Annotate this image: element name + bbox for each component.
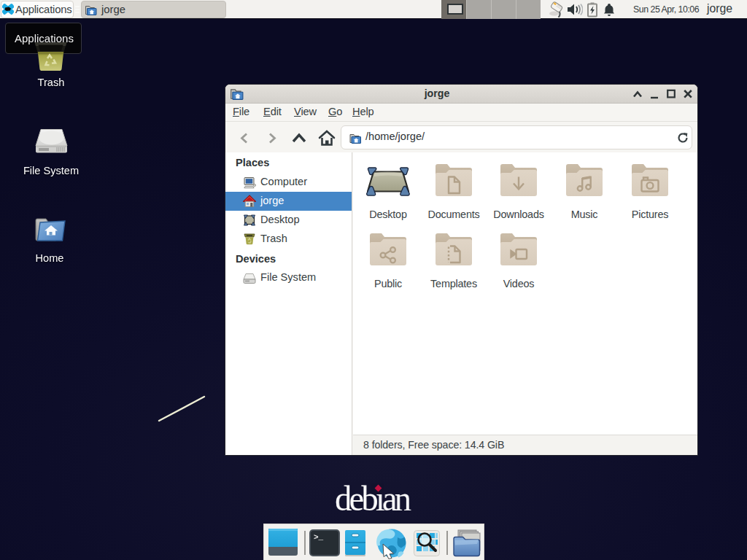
svg-text:>_: >_ (314, 533, 324, 542)
